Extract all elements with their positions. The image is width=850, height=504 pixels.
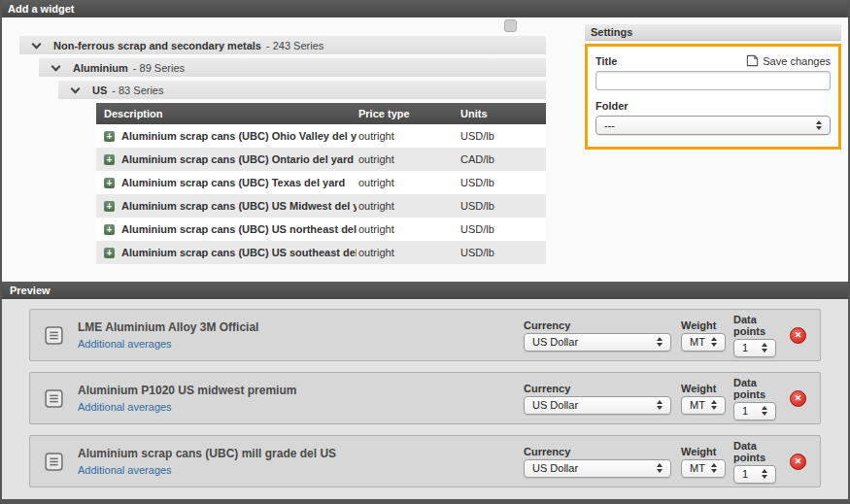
remove-series-button[interactable]: ✕ <box>790 390 806 407</box>
weight-select-value: MT <box>690 399 707 411</box>
scrollbar-thumb[interactable] <box>504 19 517 32</box>
select-stepper-icon <box>653 400 666 410</box>
remove-series-button[interactable]: ✕ <box>790 327 806 344</box>
select-stepper-icon <box>707 463 721 473</box>
table-row: + Aluminium scrap cans (UBC) US Midwest … <box>96 194 546 218</box>
series-document-icon <box>44 325 64 346</box>
column-header-price-type: Price type <box>357 108 459 119</box>
series-price-type: outright <box>357 223 459 235</box>
data-points-select-value: 1 <box>742 468 758 480</box>
tree-node-us[interactable]: US - 83 Series <box>58 81 546 99</box>
series-document-icon <box>44 388 64 409</box>
currency-select-value: US Dollar <box>532 336 653 348</box>
select-stepper-icon <box>707 337 721 347</box>
add-series-icon[interactable]: + <box>104 248 115 258</box>
card-title: Aluminium scrap cans (UBC) mill grade de… <box>78 447 336 460</box>
tree-node-label: US <box>92 84 107 96</box>
series-description: Aluminium scrap cans (UBC) Ohio Valley d… <box>121 130 357 142</box>
table-header: Description Price type Units <box>96 103 546 124</box>
title-input[interactable] <box>595 71 831 90</box>
save-icon <box>746 54 759 67</box>
series-price-type: outright <box>357 177 459 188</box>
weight-select[interactable]: MT <box>681 333 726 352</box>
additional-averages-link[interactable]: Additional averages <box>78 401 296 413</box>
tree-node-nonferrous[interactable]: Non-ferrous scrap and secondary metals -… <box>19 36 546 54</box>
weight-select[interactable]: MT <box>681 459 726 478</box>
add-series-icon[interactable]: + <box>104 224 115 235</box>
save-changes-button[interactable]: Save changes <box>746 54 831 67</box>
tree-node-series-count: - 243 Series <box>266 40 323 51</box>
data-points-select[interactable]: 1 <box>733 339 776 357</box>
currency-label: Currency <box>524 446 671 457</box>
chevron-down-icon[interactable] <box>32 39 42 49</box>
save-changes-label: Save changes <box>763 55 831 67</box>
tree-node-series-count: - 89 Series <box>133 62 185 74</box>
add-series-icon[interactable]: + <box>104 131 115 142</box>
data-points-label: Data points <box>733 314 776 337</box>
chevron-down-icon[interactable] <box>71 84 81 93</box>
series-price-type: outright <box>357 130 459 142</box>
preview-card: Aluminium scrap cans (UBC) mill grade de… <box>29 435 821 487</box>
weight-label: Weight <box>681 383 726 394</box>
card-title: Aluminium P1020 US midwest premium <box>78 384 296 397</box>
table-row: + Aluminium scrap cans (UBC) US northeas… <box>96 218 546 241</box>
tree-node-label: Non-ferrous scrap and secondary metals <box>53 40 261 51</box>
table-row: + Aluminium scrap cans (UBC) Ontario del… <box>96 148 546 171</box>
currency-select[interactable]: US Dollar <box>524 396 671 415</box>
series-units: USD/lb <box>459 200 546 212</box>
tree-node-series-count: - 83 Series <box>112 84 163 96</box>
data-points-select-value: 1 <box>742 342 758 353</box>
chevron-down-icon[interactable] <box>51 61 61 71</box>
data-points-select-value: 1 <box>742 405 758 417</box>
select-stepper-icon <box>812 120 826 130</box>
weight-label: Weight <box>681 319 726 331</box>
card-title: LME Aluminium Alloy 3M Official <box>78 320 258 334</box>
series-units: USD/lb <box>459 130 546 142</box>
weight-label: Weight <box>681 446 726 457</box>
weight-select[interactable]: MT <box>681 396 726 415</box>
dialog-title: Add a widget <box>2 0 848 17</box>
select-stepper-icon <box>758 469 771 479</box>
preview-card: Aluminium P1020 US midwest premium Addit… <box>29 372 821 424</box>
series-units: USD/lb <box>459 247 546 258</box>
add-series-icon[interactable]: + <box>104 201 115 212</box>
table-row: + Aluminium scrap cans (UBC) US southeas… <box>96 241 546 264</box>
additional-averages-link[interactable]: Additional averages <box>78 464 336 476</box>
settings-header: Settings <box>585 24 841 41</box>
currency-select[interactable]: US Dollar <box>524 459 671 478</box>
add-series-icon[interactable]: + <box>104 178 115 188</box>
folder-label: Folder <box>595 100 831 112</box>
column-header-units: Units <box>459 108 546 119</box>
title-label: Title <box>595 55 617 67</box>
series-price-type: outright <box>357 153 459 165</box>
table-row: + Aluminium scrap cans (UBC) Texas del y… <box>96 171 546 194</box>
series-price-type: outright <box>357 247 459 258</box>
data-points-select[interactable]: 1 <box>733 465 776 484</box>
weight-select-value: MT <box>690 462 707 474</box>
settings-panel: Settings Title Save changes Folder --- <box>585 24 841 150</box>
series-price-type: outright <box>357 200 459 212</box>
tree-node-aluminium[interactable]: Aluminium - 89 Series <box>39 58 546 77</box>
currency-select-value: US Dollar <box>532 399 653 411</box>
data-points-select[interactable]: 1 <box>733 402 776 420</box>
add-series-icon[interactable]: + <box>104 154 115 165</box>
currency-select-value: US Dollar <box>532 462 653 474</box>
currency-label: Currency <box>524 319 671 331</box>
column-header-description: Description <box>96 108 357 119</box>
table-row: + Aluminium scrap cans (UBC) Ohio Valley… <box>96 124 546 148</box>
series-units: USD/lb <box>459 177 546 188</box>
series-browser: Non-ferrous scrap and secondary metals -… <box>19 36 546 264</box>
remove-series-button[interactable]: ✕ <box>790 454 806 470</box>
preview-area: LME Aluminium Alloy 3M Official Addition… <box>2 299 848 499</box>
series-description: Aluminium scrap cans (UBC) US southeast … <box>121 247 357 258</box>
select-stepper-icon <box>758 406 771 416</box>
currency-select[interactable]: US Dollar <box>524 333 671 352</box>
tree-node-label: Aluminium <box>73 62 128 74</box>
add-widget-dialog: Add a widget Non-ferrous scrap and secon… <box>0 0 850 504</box>
series-description: Aluminium scrap cans (UBC) Ontario del y… <box>121 153 354 165</box>
currency-label: Currency <box>524 383 671 394</box>
additional-averages-link[interactable]: Additional averages <box>78 338 258 350</box>
folder-select[interactable]: --- <box>595 116 831 135</box>
series-description: Aluminium scrap cans (UBC) US Midwest de… <box>121 200 357 212</box>
series-document-icon <box>44 452 64 472</box>
